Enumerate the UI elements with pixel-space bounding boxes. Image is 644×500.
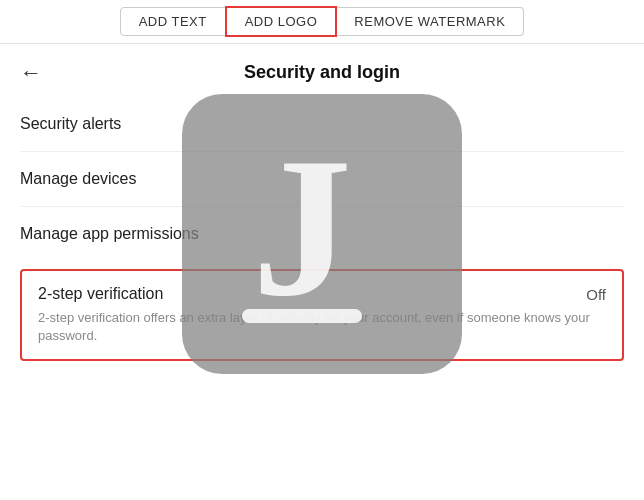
verification-description: 2-step verification offers an extra laye…: [38, 309, 606, 345]
back-arrow-icon[interactable]: ←: [20, 60, 42, 86]
verification-title: 2-step verification: [38, 285, 163, 303]
menu-item-manage-devices[interactable]: Manage devices: [20, 152, 624, 207]
toolbar: ADD TEXT ADD LOGO REMOVE WATERMARK: [0, 0, 644, 44]
verification-status: Off: [586, 286, 606, 303]
add-text-button[interactable]: ADD TEXT: [120, 7, 226, 36]
two-step-verification-box[interactable]: 2-step verification Off 2-step verificat…: [20, 269, 624, 361]
menu-item-manage-app-permissions[interactable]: Manage app permissions: [20, 207, 624, 261]
settings-header: ← Security and login: [0, 44, 644, 97]
main-content: ← Security and login Security alerts Man…: [0, 44, 644, 500]
add-logo-button[interactable]: ADD LOGO: [225, 6, 338, 37]
remove-watermark-button[interactable]: REMOVE WATERMARK: [336, 7, 524, 36]
verification-header: 2-step verification Off: [38, 285, 606, 303]
menu-item-security-alerts[interactable]: Security alerts: [20, 97, 624, 152]
menu-list: Security alerts Manage devices Manage ap…: [0, 97, 644, 261]
page-title: Security and login: [244, 62, 400, 83]
